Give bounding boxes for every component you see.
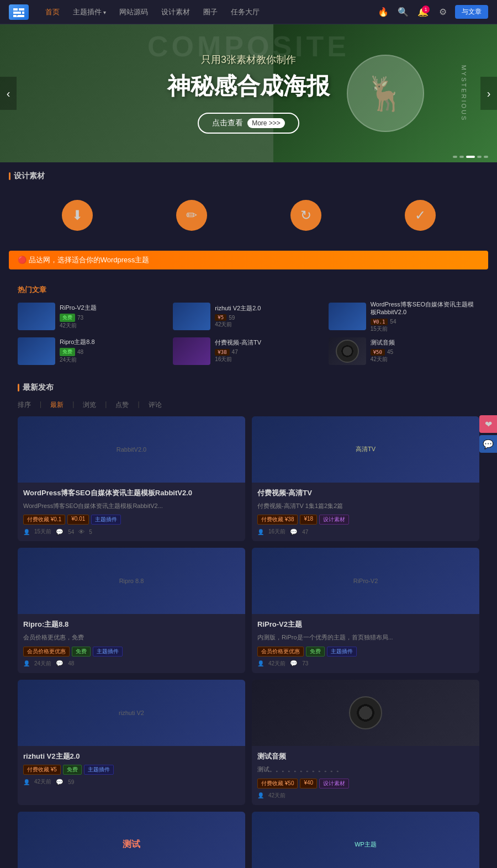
card-thumb-7: 测试 bbox=[18, 812, 245, 868]
design-icon-download[interactable]: ⬇ bbox=[62, 200, 93, 231]
card-body-2: 付费视频-高清TV 付费视频-高清TV 1集1篇2集2篇 付费收藏 ¥38 ¥1… bbox=[252, 483, 479, 542]
card-tag-1-1: ¥0.01 bbox=[67, 515, 89, 525]
card-title-5: rizhuti V2主题2.0 bbox=[23, 751, 240, 761]
card-8[interactable]: WP主题 WP主题资源 主题插件 设计素材 👤 50天前 9 bbox=[252, 812, 479, 868]
logo[interactable] bbox=[9, 4, 29, 20]
write-btn[interactable]: 与文章 bbox=[455, 5, 488, 19]
card-footer-3: 👤 24天前 💬 48 bbox=[23, 660, 240, 668]
card-4[interactable]: RiPro-V2 RiPro-V2主题 内测版，RiPro是一个优秀的主题，首页… bbox=[252, 548, 479, 673]
card-tags-1: 付费收藏 ¥0.1 ¥0.01 主题插件 bbox=[23, 515, 240, 525]
card-tag-4-0: 会员价格更优惠 bbox=[257, 647, 304, 657]
hot-time-6: 42天前 bbox=[371, 356, 479, 363]
hot-thumb-5 bbox=[173, 337, 210, 365]
settings-icon[interactable]: ⚙ bbox=[435, 4, 451, 20]
search-icon[interactable]: 🔍 bbox=[395, 4, 411, 20]
card-comments-1: 5 bbox=[89, 529, 92, 535]
hot-name-1: RiPro-V2主题 bbox=[60, 304, 168, 311]
notification-badge: 1 bbox=[422, 6, 430, 13]
card-6[interactable]: 测试音频 测试。。。。。。。。。。。。 付费收藏 ¥50 ¥40 设计素材 👤 … bbox=[252, 680, 479, 805]
card-tag-3-0: 会员价格更优惠 bbox=[23, 647, 70, 657]
card-views-4: 73 bbox=[302, 660, 308, 666]
card-7[interactable]: 测试 测试 测试测试测试测试测试测试测试 主题插件 👤 48天前 11 bbox=[18, 812, 245, 868]
card-avatar-3: 👤 bbox=[23, 660, 30, 666]
card-tag-6-1: ¥40 bbox=[300, 779, 317, 788]
card-tag-5-2: 主题插件 bbox=[84, 765, 114, 775]
sort-comments[interactable]: 评论 bbox=[149, 400, 162, 410]
floating-heart-btn[interactable]: ❤ bbox=[479, 415, 497, 433]
banner-dot-3[interactable] bbox=[466, 156, 475, 158]
design-icon-check[interactable]: ✓ bbox=[405, 200, 436, 231]
banner-next-btn[interactable]: › bbox=[480, 77, 497, 110]
nav-tasks[interactable]: 任务大厅 bbox=[225, 5, 265, 19]
hot-count-2: 59 bbox=[229, 315, 235, 321]
notification-icon[interactable]: 🔔 1 bbox=[415, 4, 431, 20]
hot-thumb-6 bbox=[329, 337, 366, 365]
card-tag-2-3: 设计素材 bbox=[319, 515, 349, 525]
download-circle[interactable]: ⬇ bbox=[62, 200, 93, 231]
design-section-title: 设计素材 bbox=[9, 171, 488, 181]
nav-themes[interactable]: 主题插件 bbox=[67, 5, 112, 19]
hot-item-3[interactable]: WordPress博客SEO自媒体资讯主题模板RabbitV2.0 ¥0.1 5… bbox=[329, 300, 479, 333]
nav-home[interactable]: 首页 bbox=[40, 5, 65, 19]
hot-meta-1: 免费 73 bbox=[60, 314, 168, 322]
card-tag-1-3: 主题插件 bbox=[91, 515, 121, 525]
card-tag-3-2: 主题插件 bbox=[93, 647, 123, 657]
nav-source[interactable]: 网站源码 bbox=[114, 5, 154, 19]
hot-item-1[interactable]: RiPro-V2主题 免费 73 42天前 bbox=[18, 300, 168, 333]
hot-item-5[interactable]: 付费视频-高清TV ¥38 47 16天前 bbox=[173, 337, 324, 365]
card-2[interactable]: 高清TV 付费视频-高清TV 付费视频-高清TV 1集1篇2集2篇 付费收藏 ¥… bbox=[252, 416, 479, 542]
nav-circle[interactable]: 圈子 bbox=[198, 5, 223, 19]
sort-likes[interactable]: 点赞 bbox=[115, 400, 129, 410]
card-tag-4-1: 免费 bbox=[306, 647, 325, 657]
hot-meta-2: ¥5 59 bbox=[215, 314, 324, 321]
card-avatar-6: 👤 bbox=[257, 792, 264, 798]
refresh-circle[interactable]: ↻ bbox=[290, 200, 321, 231]
fire-icon[interactable]: 🔥 bbox=[376, 4, 391, 20]
card-tag-2-1: ¥18 bbox=[300, 515, 317, 525]
check-circle[interactable]: ✓ bbox=[405, 200, 436, 231]
card-avatar-1: 👤 bbox=[23, 529, 30, 535]
card-grid: RabbitV2.0 WordPress博客SEO自媒体资讯主题模板Rabbit… bbox=[18, 416, 479, 868]
hot-tag-5: ¥38 bbox=[215, 349, 229, 356]
card-tag-1-0: 付费收藏 ¥0.1 bbox=[23, 515, 65, 525]
sort-newest[interactable]: 最新 bbox=[50, 400, 64, 410]
card-body-6: 测试音频 测试。。。。。。。。。。。。 付费收藏 ¥50 ¥40 设计素材 👤 … bbox=[252, 746, 479, 805]
floating-chat-btn[interactable]: 💬 bbox=[479, 435, 497, 453]
hot-thumb-3 bbox=[329, 303, 366, 330]
sort-views[interactable]: 浏览 bbox=[83, 400, 96, 410]
card-3[interactable]: Ripro 8.8 Ripro:主题8.8 会员价格更优惠，免费 会员价格更优惠… bbox=[18, 548, 245, 673]
hot-articles-section: 热门文章 RiPro-V2主题 免费 73 42天前 rizhuti V2主题2… bbox=[9, 276, 488, 374]
design-icons: ⬇ ✏ ↻ ✓ bbox=[9, 189, 488, 242]
design-icon-refresh[interactable]: ↻ bbox=[290, 200, 321, 231]
hot-item-2[interactable]: rizhuti V2主题2.0 ¥5 59 42天前 bbox=[173, 300, 324, 333]
nav-design[interactable]: 设计素材 bbox=[156, 5, 195, 19]
banner-dot-4[interactable] bbox=[477, 156, 482, 158]
banner-dot-5[interactable] bbox=[484, 156, 488, 158]
edit-circle[interactable]: ✏ bbox=[176, 200, 207, 231]
card-body-1: WordPress博客SEO自媒体资讯主题模板RabbitV2.0 WordPr… bbox=[18, 483, 245, 542]
banner-prev-btn[interactable]: ‹ bbox=[0, 77, 17, 110]
vinyl-icon bbox=[336, 340, 359, 363]
hot-item-4[interactable]: Ripro主题8.8 免费 48 24天前 bbox=[18, 337, 168, 365]
hot-item-6[interactable]: 测试音频 ¥50 45 42天前 bbox=[329, 337, 479, 365]
card-tags-2: 付费收藏 ¥38 ¥18 设计素材 bbox=[257, 515, 474, 525]
card-1[interactable]: RabbitV2.0 WordPress博客SEO自媒体资讯主题模板Rabbit… bbox=[18, 416, 245, 542]
hot-count-1: 73 bbox=[77, 315, 83, 321]
banner-cta-btn[interactable]: 点击查看 More >>> bbox=[198, 113, 299, 134]
banner-content: COMPOSITE 只用3张素材教你制作 神秘感合成海报 点击查看 More >… bbox=[0, 24, 497, 162]
banner-dot-2[interactable] bbox=[459, 156, 464, 158]
card-title-3: Ripro:主题8.8 bbox=[23, 620, 240, 629]
hot-name-6: 测试音频 bbox=[371, 338, 479, 346]
card-footer-4: 👤 42天前 💬 73 bbox=[257, 660, 474, 668]
card-5[interactable]: rizhuti V2 rizhuti V2主题2.0 付费收藏 ¥5 免费 主题… bbox=[18, 680, 245, 805]
promo-message: 品达网，选择适合你的Wordpress主题 bbox=[29, 256, 150, 264]
promo-banner[interactable]: 🔴 品达网，选择适合你的Wordpress主题 bbox=[9, 251, 488, 269]
promo-text: 🔴 bbox=[18, 256, 29, 264]
card-tag-3-1: 免费 bbox=[72, 647, 91, 657]
card-time-2: 16天前 bbox=[268, 528, 285, 536]
sort-order[interactable]: 排序 bbox=[18, 400, 31, 410]
banner-dot-1[interactable] bbox=[453, 156, 457, 158]
hot-thumb-2 bbox=[173, 303, 210, 330]
hot-time-4: 24天前 bbox=[60, 356, 168, 364]
design-icon-edit[interactable]: ✏ bbox=[176, 200, 207, 231]
